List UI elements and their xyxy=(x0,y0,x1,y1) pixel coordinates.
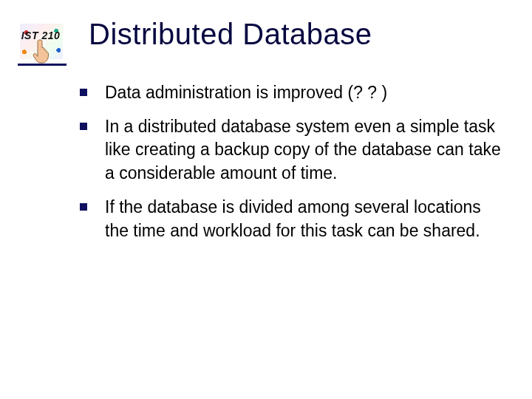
header-rule xyxy=(18,64,66,66)
list-item: In a distributed database system even a … xyxy=(80,115,502,185)
list-item: If the database is divided among several… xyxy=(80,196,502,242)
bullet-text: In a distributed database system even a … xyxy=(105,117,501,183)
page-title: Distributed Database xyxy=(89,18,372,51)
course-code: IST 210 xyxy=(18,30,64,41)
course-logo xyxy=(18,21,65,62)
bullet-list: Data administration is improved (? ? ) I… xyxy=(80,81,502,253)
pointing-hand-icon xyxy=(31,38,52,64)
bullet-square-icon xyxy=(80,123,87,130)
bullet-text: If the database is divided among several… xyxy=(105,197,481,240)
bullet-square-icon xyxy=(80,89,87,96)
list-item: Data administration is improved (? ? ) xyxy=(80,81,502,105)
bullet-text: Data administration is improved (? ? ) xyxy=(105,83,387,102)
bullet-square-icon xyxy=(80,203,87,211)
